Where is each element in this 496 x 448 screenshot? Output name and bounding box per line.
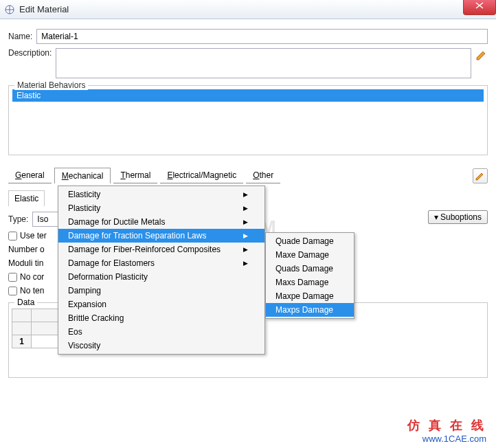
tab-other[interactable]: Other [246, 168, 280, 183]
footer-cn: 仿 真 在 线 [407, 417, 486, 434]
use-temp-label: Use ter [20, 231, 47, 240]
mech-menu-item-11[interactable]: Viscosity [58, 339, 264, 352]
mech-menu-item-1[interactable]: Plasticity▶ [58, 201, 264, 215]
tab-electrical-magnetic[interactable]: Electrical/Magnetic [160, 168, 243, 183]
damage-menu-item-4[interactable]: Maxpe Damage [266, 289, 354, 303]
material-behaviors-group: Material Behaviors Elastic [8, 85, 488, 155]
mech-menu-item-0[interactable]: Elasticity▶ [58, 188, 264, 201]
damage-menu-item-5[interactable]: Maxps Damage [266, 303, 354, 317]
elastic-header: Elastic [8, 190, 45, 206]
footer-url: www.1CAE.com [407, 434, 486, 444]
category-menubar: General Mechanical Thermal Electrical/Ma… [8, 168, 488, 183]
description-input[interactable] [56, 48, 471, 78]
window-title: Edit Material [19, 4, 69, 14]
damage-menu-item-1[interactable]: Maxe Damage [266, 248, 354, 262]
app-icon [4, 4, 15, 15]
suboptions-button[interactable]: ▾ Suboptions [428, 210, 488, 224]
use-temp-checkbox[interactable] [8, 232, 17, 240]
behavior-item[interactable]: Elastic [12, 89, 484, 102]
mechanical-menu[interactable]: Elasticity▶Plasticity▶Damage for Ductile… [58, 186, 265, 355]
damage-traction-submenu[interactable]: Quade DamageMaxe DamageQuads DamageMaxs … [265, 232, 354, 319]
type-label: Type: [8, 214, 28, 224]
tab-general[interactable]: General [8, 168, 52, 183]
name-label: Name: [8, 32, 32, 41]
mech-menu-item-8[interactable]: Expansion [58, 298, 264, 311]
edit-icon[interactable] [475, 48, 488, 60]
mech-menu-item-4[interactable]: Damage for Fiber-Reinforced Composites▶ [58, 243, 264, 256]
mech-menu-item-6[interactable]: Deformation Plasticity [58, 270, 264, 284]
damage-menu-item-3[interactable]: Maxs Damage [266, 276, 354, 289]
behaviors-legend: Material Behaviors [14, 80, 88, 90]
no-compression-checkbox[interactable] [8, 273, 17, 282]
mech-menu-item-2[interactable]: Damage for Ductile Metals▶ [58, 215, 264, 229]
tab-thermal[interactable]: Thermal [113, 168, 157, 183]
behaviors-list[interactable]: Elastic [12, 89, 484, 152]
mech-menu-item-7[interactable]: Damping [58, 284, 264, 298]
name-input[interactable] [36, 29, 488, 44]
edit-behavior-button[interactable] [473, 168, 488, 183]
mech-menu-item-10[interactable]: Eos [58, 325, 264, 339]
mech-menu-item-9[interactable]: Brittle Cracking [58, 311, 264, 325]
titlebar: Edit Material [0, 0, 496, 19]
footer: 仿 真 在 线 www.1CAE.com [407, 417, 486, 444]
mech-menu-item-3[interactable]: Damage for Traction Separation Laws▶ [58, 229, 264, 243]
description-label: Description: [8, 48, 52, 58]
data-legend: Data [14, 298, 37, 307]
field-vars-label: Number o [8, 245, 45, 254]
no-tension-checkbox[interactable] [8, 287, 17, 295]
no-compression-label: No cor [20, 272, 44, 282]
close-button[interactable] [463, 0, 496, 15]
moduli-label: Moduli tin [8, 258, 43, 268]
damage-menu-item-2[interactable]: Quads Damage [266, 262, 354, 276]
row-index: 1 [12, 335, 32, 348]
no-tension-label: No ten [20, 286, 44, 295]
mech-menu-item-5[interactable]: Damage for Elastomers▶ [58, 256, 264, 270]
damage-menu-item-0[interactable]: Quade Damage [266, 234, 354, 248]
tab-mechanical[interactable]: Mechanical [54, 168, 111, 183]
